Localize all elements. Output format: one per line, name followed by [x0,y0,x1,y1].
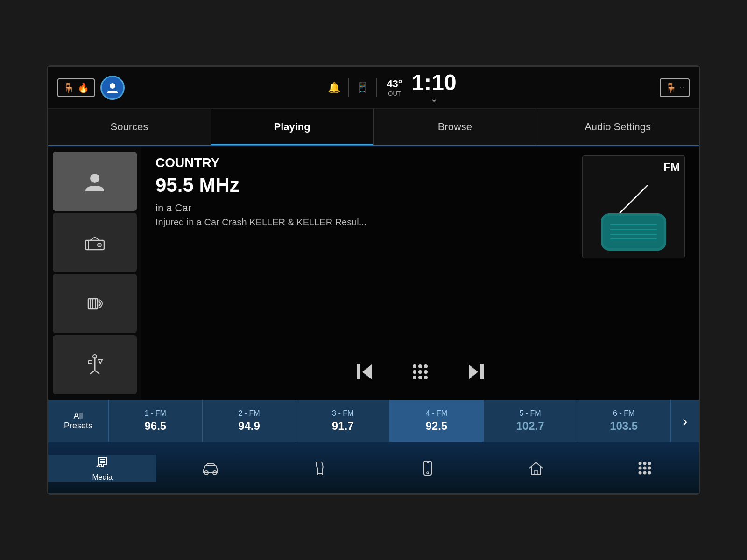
home-nav-icon [528,461,544,476]
preset-5[interactable]: 5 - FM 102.7 [484,400,578,442]
preset-4-freq: 92.5 [425,420,447,433]
now-playing-panel: COUNTRY 95.5 MHz in a Car Injured in a C… [141,146,699,400]
preset-2[interactable]: 2 - FM 94.9 [203,400,296,442]
all-presets-button[interactable]: AllPresets [48,400,109,442]
svg-marker-36 [469,364,478,379]
status-left: 🪑 🔥 [57,76,125,100]
preset-6-freq: 103.5 [610,420,638,433]
prev-button[interactable] [355,364,374,380]
bottom-nav-home[interactable] [482,461,590,476]
preset-2-num: 2 - FM [238,409,260,418]
svg-point-54 [643,466,646,469]
svg-point-51 [643,462,646,465]
usb-source-icon [85,354,104,375]
preset-3-num: 3 - FM [332,409,353,418]
svg-marker-16 [99,360,102,364]
time-display: 1:10 ⌄ [412,71,457,104]
svg-point-50 [638,462,641,465]
presets-bar: AllPresets 1 - FM 96.5 2 - FM 94.9 3 - F… [48,400,699,442]
status-bar: 🪑 🔥 🔔 📱 43° OUT 1:10 [48,67,699,109]
radio-graphic [592,181,676,255]
bottom-nav-car[interactable] [156,462,265,475]
source-buttons [48,146,141,400]
preset-3[interactable]: 3 - FM 91.7 [296,400,390,442]
audio-source-icon [85,293,106,314]
apps-nav-icon [637,460,653,476]
svg-rect-49 [534,471,538,475]
right-seat-icon: 🪑 [665,82,677,93]
preset-1[interactable]: 1 - FM 96.5 [109,400,203,442]
svg-point-55 [648,466,651,469]
temp-value: 43° [387,78,402,90]
program-label: in a Car [155,202,573,214]
profile-icon [106,81,119,94]
svg-point-56 [638,471,641,474]
nav-tabs: Sources Playing Browse Audio Settings [48,109,699,146]
svg-rect-15 [88,361,92,364]
source-btn-profile[interactable] [53,152,137,211]
preset-6[interactable]: 6 - FM 103.5 [577,400,671,442]
svg-rect-26 [357,364,360,379]
presets-arrow-icon: › [683,413,688,430]
temperature-display: 43° OUT [387,78,402,97]
bottom-nav-apps[interactable] [591,460,699,476]
svg-point-35 [424,376,428,379]
source-btn-radio[interactable] [53,213,137,272]
svg-rect-20 [603,216,664,248]
tab-playing[interactable]: Playing [211,109,374,145]
right-seat-controls[interactable]: 🪑 ·· [660,78,690,97]
profile-source-icon [83,170,106,193]
bell-icon: 🔔 [328,82,340,94]
media-nav-label: Media [92,473,113,482]
svg-point-31 [418,370,422,374]
right-dots: ·· [680,84,684,92]
divider [348,78,349,97]
media-nav-icon [95,455,110,469]
presets-more-button[interactable]: › [671,400,699,442]
bottom-nav-media[interactable]: Media [48,455,156,482]
svg-line-14 [95,371,99,374]
tab-sources[interactable]: Sources [48,109,211,145]
tab-audio-settings[interactable]: Audio Settings [536,109,699,145]
seat-nav-icon [312,460,326,476]
status-right: 🪑 ·· [660,78,690,97]
grid-button[interactable] [411,363,430,381]
bottom-nav-phone[interactable] [374,460,482,476]
heat-icon: 🔥 [78,82,89,93]
all-presets-label: AllPresets [64,411,92,431]
svg-marker-25 [362,364,372,379]
svg-point-32 [424,370,428,374]
preset-2-freq: 94.9 [238,420,260,433]
source-btn-audio[interactable] [53,274,137,333]
left-seat-controls[interactable]: 🪑 🔥 [57,78,95,97]
main-content: COUNTRY 95.5 MHz in a Car Injured in a C… [48,146,699,400]
preset-1-num: 1 - FM [145,409,166,418]
svg-point-30 [413,370,416,374]
svg-point-57 [643,471,646,474]
svg-point-27 [413,364,416,368]
preset-5-num: 5 - FM [519,409,541,418]
svg-point-48 [427,472,429,474]
svg-line-18 [620,185,648,213]
station-info: COUNTRY 95.5 MHz in a Car Injured in a C… [155,155,685,353]
frequency-display: 95.5 MHz [155,174,573,196]
divider [376,78,377,97]
playback-controls [155,353,685,391]
svg-point-58 [648,471,651,474]
profile-button[interactable] [100,76,125,100]
time-value: 1:10 [412,71,457,94]
status-icons: 🔔 📱 [328,78,377,97]
tab-browse[interactable]: Browse [374,109,537,145]
temp-label: OUT [387,90,402,97]
station-text: COUNTRY 95.5 MHz in a Car Injured in a C… [155,155,573,228]
source-btn-usb[interactable] [53,335,137,394]
seat-icon: 🪑 [63,82,75,93]
preset-4[interactable]: 4 - FM 92.5 [390,400,484,442]
genre-label: COUNTRY [155,155,573,170]
svg-point-53 [638,466,641,469]
bottom-nav-seat[interactable] [265,460,374,476]
svg-point-0 [110,83,115,89]
next-button[interactable] [467,364,486,380]
svg-point-1 [90,174,99,183]
svg-point-52 [648,462,651,465]
